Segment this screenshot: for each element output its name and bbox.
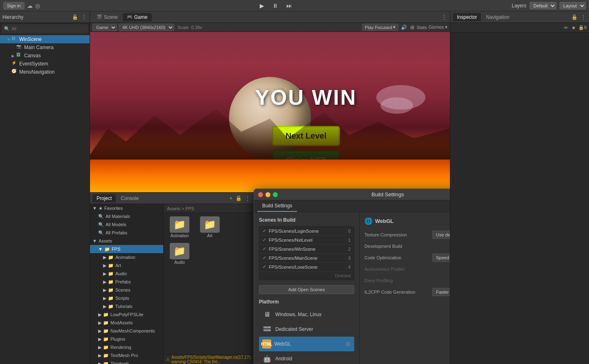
main-camera-item[interactable]: 📷 Main Camera [0,43,90,52]
layers-label: Layers [512,3,526,9]
play-focused-arrow: ▾ [393,25,396,30]
inspector-content [450,33,589,364]
main-camera-label: Main Camera [24,45,54,50]
assets-arrow: ▼ [92,238,97,243]
pause-button[interactable]: ⏸ [271,2,280,10]
eventsystem-item[interactable]: ⚡ EventSystem [0,60,90,68]
hierarchy-more-button[interactable]: ⋮ [81,13,87,21]
resolution-dropdown[interactable]: 4K UHD (3840x2160) [119,24,174,31]
scene-row-0: ✓ FPS/Scenes/LoginScene 0 [259,227,354,236]
texture-compression-row: Texture Compression Use default format (… [364,230,450,240]
aspect-button[interactable]: ⊞ [409,24,415,31]
gizmos-button[interactable]: Gizmos ▾ [429,25,447,30]
scene-num-3: 3 [348,256,351,261]
inspector-star-button[interactable]: ★ [571,24,577,31]
maximize-button[interactable] [273,192,278,197]
play-button[interactable]: ▶ [258,2,266,10]
platform-windows[interactable]: 🖥 Windows, Mac, Linux [259,307,354,322]
game-tab[interactable]: 🎮 Game [123,13,152,21]
animation-file[interactable]: 📁 Animation [165,215,194,240]
textmesh-item[interactable]: ▶ 📁 TextMesh Pro [90,351,163,360]
il2cpp-dropdown[interactable]: Faster runtime [432,288,450,296]
audio-file[interactable]: 📁 Audio [165,241,194,266]
tutorials-arrow: ▶ [103,304,106,309]
scene-check-4: ✓ [263,264,266,270]
plugins-item[interactable]: ▶ 📁 Plugins [90,335,163,343]
navmesh-item[interactable]: ▶ 📁 NavMeshComponents [90,327,163,335]
step-button[interactable]: ⏭ [285,2,294,10]
code-optimization-dropdown[interactable]: Speed [432,254,450,262]
art-label: Art [115,263,121,268]
project-lock-button[interactable]: 🔓 [235,195,243,202]
canvas-item[interactable]: ▶ 🖼 Canvas [0,52,90,60]
hierarchy-search-input[interactable] [11,26,85,31]
play-focused-button[interactable]: Play Focused ▾ [362,24,398,31]
minimize-button[interactable] [265,192,270,197]
all-materials-item[interactable]: 🔍 All Materials [90,212,163,220]
hierarchy-lock-button[interactable]: 🔓 [71,13,79,21]
platform-android[interactable]: 🤖 Android [259,351,354,364]
fps-arrow: ▼ [98,247,103,252]
win-scene-menu[interactable]: ⋮ [83,37,88,42]
audio-button[interactable]: 🔊 [400,24,408,31]
console-tab[interactable]: Console [117,194,143,202]
fps-item[interactable]: ▼ 📁 FPS [90,245,163,253]
art-item[interactable]: ▶ 📁 Art [90,261,163,270]
animation-item[interactable]: ▶ 📁 Animation [90,253,163,261]
all-materials-label: All Materials [106,214,130,219]
audio-icon: 📁 [108,271,114,276]
cloud-2 [380,97,413,114]
lowpoly-item[interactable]: ▶ 📁 LowPolyFPSLite [90,310,163,319]
project-tab[interactable]: Project [92,194,116,202]
scene-tab[interactable]: 🎬 Scene [92,13,122,21]
inspector-more-button[interactable]: ⋮ [580,13,587,21]
thirdweb-item[interactable]: ▶ 📁 Thirdweb [90,360,163,364]
editor-tabs-more[interactable]: ⋮ [441,13,447,21]
inspector-tab[interactable]: Inspector [453,13,481,21]
lowpoly-arrow: ▶ [98,312,101,317]
layout-dropdown[interactable]: Layout [560,2,586,9]
navigation-tab[interactable]: Navigation [482,13,513,21]
modassets-item[interactable]: ▶ 📁 ModAssets [90,319,163,327]
inspector-lock-button[interactable]: 🔓 [571,13,578,21]
rendering-item[interactable]: ▶ 📁 Rendering [90,343,163,351]
hierarchy-search[interactable]: 🔍 [2,24,88,33]
layers-dropdown[interactable]: Default [530,2,556,9]
project-content: ▼ ★ Favorites 🔍 All Materials 🔍 All Mode… [90,204,253,364]
tutorials-item[interactable]: ▶ 📁 Tutorials [90,302,163,310]
scenes-arrow: ▶ [103,288,106,293]
add-open-scenes-button[interactable]: Add Open Scenes [259,285,354,294]
all-models-item[interactable]: 🔍 All Models [90,220,163,229]
stats-button[interactable]: Stats [417,25,427,30]
platform-dedicated-server[interactable]: Dedicated Server [259,322,354,337]
texture-compression-dropdown[interactable]: Use default format (DXT) [432,231,450,239]
menunavigation-item[interactable]: 🧭 MenuNavigation [0,68,90,76]
webgl-icon: HTML [262,339,271,348]
art-file[interactable]: 📁 Art [196,215,224,240]
top-bar-center: ▶ ⏸ ⏭ [43,2,508,10]
dialog-title: Build Settings [281,191,450,198]
scripts-arrow: ▶ [103,296,106,301]
prefabs-item[interactable]: ▶ 📁 Prefabs [90,278,163,286]
top-bar-right: Layers Default Layout [512,2,586,9]
favorites-item[interactable]: ▼ ★ Favorites [90,204,163,212]
scene-name-4: FPS/Scenes/LoseScene [269,265,346,270]
assets-item[interactable]: ▼ Assets [90,237,163,245]
platform-webgl[interactable]: HTML WebGL ⚙ [259,337,354,351]
audio-item[interactable]: ▶ 📁 Audio [90,270,163,278]
play-focused-label: Play Focused [365,25,392,30]
textmesh-label: TextMesh Pro [110,353,138,358]
win-scene-item[interactable]: ▼ ⛓ WinScene ⋮ [0,35,90,43]
scenes-item[interactable]: ▶ 📁 Scenes [90,286,163,294]
all-prefabs-item[interactable]: 🔍 All Prefabs [90,229,163,237]
audio-folder-icon: 📁 [170,243,189,259]
scene-name-1: FPS/Scenes/NxtLevel [269,238,346,243]
sign-in-button[interactable]: Sign in [3,2,25,9]
close-button[interactable] [258,192,263,197]
display-dropdown[interactable]: Game [92,24,117,31]
project-add-button[interactable]: + [229,195,233,202]
scripts-item[interactable]: ▶ 📁 Scripts [90,294,163,302]
build-settings-tab[interactable]: Build Settings [257,200,297,212]
project-more-button[interactable]: ⋮ [244,195,251,202]
inspector-pencil-button[interactable]: ✏ [563,24,569,31]
